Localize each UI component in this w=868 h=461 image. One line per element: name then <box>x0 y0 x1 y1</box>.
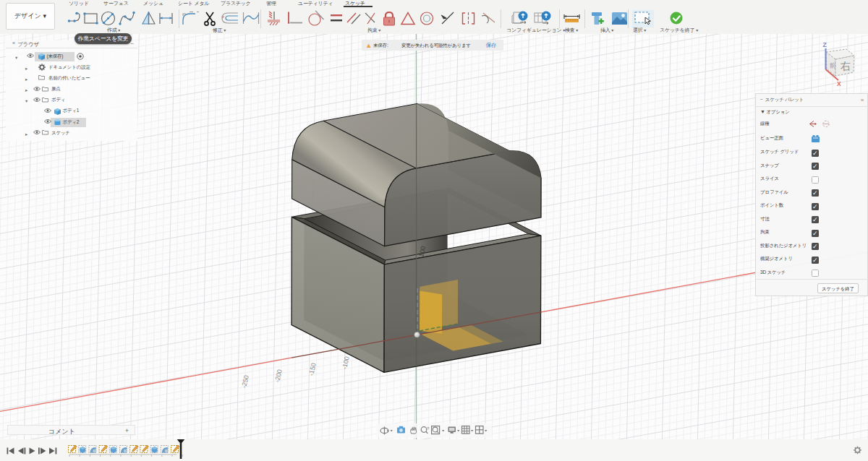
svg-text:右: 右 <box>840 60 851 72</box>
svg-text:Z: Z <box>823 41 827 48</box>
svg-text:±: ± <box>427 426 430 430</box>
svg-text:前: 前 <box>829 61 836 69</box>
svg-text:X: X <box>837 80 841 87</box>
